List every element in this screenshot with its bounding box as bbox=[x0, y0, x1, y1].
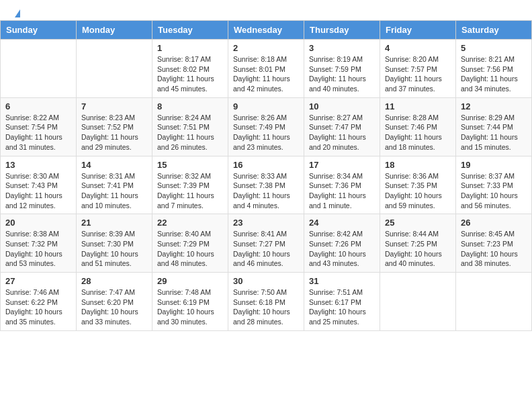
day-header-wednesday: Wednesday bbox=[228, 21, 304, 40]
day-number: 7 bbox=[81, 101, 147, 111]
calendar-cell bbox=[380, 273, 456, 331]
cell-content: Sunrise: 8:21 AM Sunset: 7:56 PM Dayligh… bbox=[461, 54, 527, 94]
cell-content: Sunrise: 8:31 AM Sunset: 7:41 PM Dayligh… bbox=[81, 171, 147, 211]
calendar-cell: 17Sunrise: 8:34 AM Sunset: 7:36 PM Dayli… bbox=[304, 156, 380, 214]
calendar-cell: 11Sunrise: 8:28 AM Sunset: 7:46 PM Dayli… bbox=[380, 97, 456, 156]
day-number: 27 bbox=[5, 276, 71, 286]
cell-content: Sunrise: 8:34 AM Sunset: 7:36 PM Dayligh… bbox=[309, 171, 375, 211]
page-header bbox=[0, 0, 532, 20]
day-number: 2 bbox=[233, 43, 299, 53]
calendar-cell: 1Sunrise: 8:17 AM Sunset: 8:02 PM Daylig… bbox=[152, 40, 228, 98]
cell-content: Sunrise: 7:50 AM Sunset: 6:18 PM Dayligh… bbox=[233, 287, 299, 327]
calendar-cell: 23Sunrise: 8:41 AM Sunset: 7:27 PM Dayli… bbox=[228, 214, 304, 273]
cell-content: Sunrise: 7:48 AM Sunset: 6:19 PM Dayligh… bbox=[157, 287, 223, 327]
cell-content: Sunrise: 8:19 AM Sunset: 7:59 PM Dayligh… bbox=[309, 54, 375, 94]
calendar-cell bbox=[77, 40, 152, 98]
day-number: 31 bbox=[309, 276, 375, 286]
cell-content: Sunrise: 8:32 AM Sunset: 7:39 PM Dayligh… bbox=[157, 171, 223, 211]
calendar-cell: 22Sunrise: 8:40 AM Sunset: 7:29 PM Dayli… bbox=[152, 214, 228, 273]
calendar-cell: 19Sunrise: 8:37 AM Sunset: 7:33 PM Dayli… bbox=[456, 156, 532, 214]
day-number: 15 bbox=[157, 160, 223, 170]
calendar-cell: 24Sunrise: 8:42 AM Sunset: 7:26 PM Dayli… bbox=[304, 214, 380, 273]
calendar-cell bbox=[1, 40, 77, 98]
calendar-cell: 16Sunrise: 8:33 AM Sunset: 7:38 PM Dayli… bbox=[228, 156, 304, 214]
day-number: 13 bbox=[5, 160, 71, 170]
calendar-cell: 26Sunrise: 8:45 AM Sunset: 7:23 PM Dayli… bbox=[456, 214, 532, 273]
calendar-cell: 10Sunrise: 8:27 AM Sunset: 7:47 PM Dayli… bbox=[304, 97, 380, 156]
calendar-cell bbox=[456, 273, 532, 331]
calendar-cell: 12Sunrise: 8:29 AM Sunset: 7:44 PM Dayli… bbox=[456, 97, 532, 156]
day-number: 1 bbox=[157, 43, 223, 53]
logo bbox=[13, 9, 20, 17]
cell-content: Sunrise: 8:20 AM Sunset: 7:57 PM Dayligh… bbox=[385, 54, 451, 94]
day-number: 28 bbox=[81, 276, 147, 286]
day-number: 14 bbox=[81, 160, 147, 170]
day-number: 26 bbox=[461, 218, 527, 228]
calendar-cell: 28Sunrise: 7:47 AM Sunset: 6:20 PM Dayli… bbox=[77, 273, 152, 331]
day-header-monday: Monday bbox=[77, 21, 152, 40]
day-number: 19 bbox=[461, 160, 527, 170]
cell-content: Sunrise: 8:29 AM Sunset: 7:44 PM Dayligh… bbox=[461, 113, 527, 152]
calendar-cell: 29Sunrise: 7:48 AM Sunset: 6:19 PM Dayli… bbox=[152, 273, 228, 331]
calendar-cell: 5Sunrise: 8:21 AM Sunset: 7:56 PM Daylig… bbox=[456, 40, 532, 98]
calendar-cell: 3Sunrise: 8:19 AM Sunset: 7:59 PM Daylig… bbox=[304, 40, 380, 98]
day-header-tuesday: Tuesday bbox=[152, 21, 228, 40]
day-number: 22 bbox=[157, 218, 223, 228]
day-number: 23 bbox=[233, 218, 299, 228]
day-number: 24 bbox=[309, 218, 375, 228]
cell-content: Sunrise: 8:24 AM Sunset: 7:51 PM Dayligh… bbox=[157, 113, 223, 152]
cell-content: Sunrise: 8:27 AM Sunset: 7:47 PM Dayligh… bbox=[309, 113, 375, 152]
calendar-cell: 8Sunrise: 8:24 AM Sunset: 7:51 PM Daylig… bbox=[152, 97, 228, 156]
day-number: 18 bbox=[385, 160, 451, 170]
logo-icon bbox=[15, 9, 20, 17]
day-header-thursday: Thursday bbox=[304, 21, 380, 40]
day-header-saturday: Saturday bbox=[456, 21, 532, 40]
day-number: 8 bbox=[157, 101, 223, 111]
day-number: 20 bbox=[5, 218, 71, 228]
cell-content: Sunrise: 7:46 AM Sunset: 6:22 PM Dayligh… bbox=[5, 287, 71, 327]
day-number: 9 bbox=[233, 101, 299, 111]
calendar-cell: 27Sunrise: 7:46 AM Sunset: 6:22 PM Dayli… bbox=[1, 273, 77, 331]
calendar-cell: 30Sunrise: 7:50 AM Sunset: 6:18 PM Dayli… bbox=[228, 273, 304, 331]
cell-content: Sunrise: 8:23 AM Sunset: 7:52 PM Dayligh… bbox=[81, 113, 147, 152]
calendar-cell: 9Sunrise: 8:26 AM Sunset: 7:49 PM Daylig… bbox=[228, 97, 304, 156]
cell-content: Sunrise: 8:44 AM Sunset: 7:25 PM Dayligh… bbox=[385, 229, 451, 269]
calendar-cell: 4Sunrise: 8:20 AM Sunset: 7:57 PM Daylig… bbox=[380, 40, 456, 98]
cell-content: Sunrise: 8:22 AM Sunset: 7:54 PM Dayligh… bbox=[5, 113, 71, 152]
day-number: 11 bbox=[385, 101, 451, 111]
calendar-cell: 14Sunrise: 8:31 AM Sunset: 7:41 PM Dayli… bbox=[77, 156, 152, 214]
cell-content: Sunrise: 8:39 AM Sunset: 7:30 PM Dayligh… bbox=[81, 229, 147, 269]
day-header-sunday: Sunday bbox=[1, 21, 77, 40]
day-number: 30 bbox=[233, 276, 299, 286]
calendar-cell: 31Sunrise: 7:51 AM Sunset: 6:17 PM Dayli… bbox=[304, 273, 380, 331]
cell-content: Sunrise: 8:28 AM Sunset: 7:46 PM Dayligh… bbox=[385, 113, 451, 152]
cell-content: Sunrise: 8:38 AM Sunset: 7:32 PM Dayligh… bbox=[5, 229, 71, 269]
day-number: 10 bbox=[309, 101, 375, 111]
calendar-cell: 18Sunrise: 8:36 AM Sunset: 7:35 PM Dayli… bbox=[380, 156, 456, 214]
calendar-table: SundayMondayTuesdayWednesdayThursdayFrid… bbox=[0, 20, 532, 331]
day-number: 12 bbox=[461, 101, 527, 111]
day-number: 4 bbox=[385, 43, 451, 53]
day-number: 6 bbox=[5, 101, 71, 111]
cell-content: Sunrise: 8:42 AM Sunset: 7:26 PM Dayligh… bbox=[309, 229, 375, 269]
day-number: 17 bbox=[309, 160, 375, 170]
cell-content: Sunrise: 8:33 AM Sunset: 7:38 PM Dayligh… bbox=[233, 171, 299, 211]
day-number: 3 bbox=[309, 43, 375, 53]
cell-content: Sunrise: 8:26 AM Sunset: 7:49 PM Dayligh… bbox=[233, 113, 299, 152]
calendar-cell: 25Sunrise: 8:44 AM Sunset: 7:25 PM Dayli… bbox=[380, 214, 456, 273]
day-number: 5 bbox=[461, 43, 527, 53]
day-number: 21 bbox=[81, 218, 147, 228]
calendar-cell: 21Sunrise: 8:39 AM Sunset: 7:30 PM Dayli… bbox=[77, 214, 152, 273]
calendar-cell: 20Sunrise: 8:38 AM Sunset: 7:32 PM Dayli… bbox=[1, 214, 77, 273]
cell-content: Sunrise: 7:47 AM Sunset: 6:20 PM Dayligh… bbox=[81, 287, 147, 327]
cell-content: Sunrise: 8:41 AM Sunset: 7:27 PM Dayligh… bbox=[233, 229, 299, 269]
cell-content: Sunrise: 8:18 AM Sunset: 8:01 PM Dayligh… bbox=[233, 54, 299, 94]
calendar-cell: 6Sunrise: 8:22 AM Sunset: 7:54 PM Daylig… bbox=[1, 97, 77, 156]
calendar-cell: 13Sunrise: 8:30 AM Sunset: 7:43 PM Dayli… bbox=[1, 156, 77, 214]
day-number: 25 bbox=[385, 218, 451, 228]
calendar-cell: 2Sunrise: 8:18 AM Sunset: 8:01 PM Daylig… bbox=[228, 40, 304, 98]
cell-content: Sunrise: 8:36 AM Sunset: 7:35 PM Dayligh… bbox=[385, 171, 451, 211]
cell-content: Sunrise: 8:37 AM Sunset: 7:33 PM Dayligh… bbox=[461, 171, 527, 211]
day-header-friday: Friday bbox=[380, 21, 456, 40]
cell-content: Sunrise: 8:17 AM Sunset: 8:02 PM Dayligh… bbox=[157, 54, 223, 94]
